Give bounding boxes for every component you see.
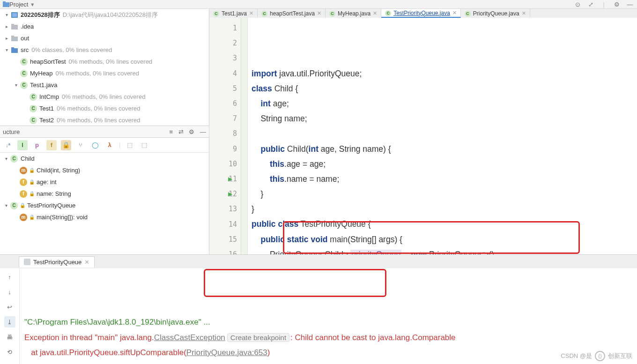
structure-row[interactable]: ▾CChild <box>0 153 209 164</box>
structure-row[interactable]: ▾C🔒TestPriorityQueue <box>0 200 209 211</box>
gutter-line[interactable]: 3 <box>209 51 241 66</box>
show-non-public-icon[interactable]: 🔒 <box>61 140 71 150</box>
tree-arrow-icon[interactable] <box>3 24 10 29</box>
show-anonymous-icon[interactable]: ◯ <box>90 140 100 150</box>
tree-arrow-icon[interactable]: ▾ <box>3 156 9 161</box>
project-tree-row[interactable]: CMyHeap0% methods, 0% lines covered <box>0 67 209 79</box>
print-icon[interactable]: 🖶 <box>4 331 15 342</box>
tree-arrow-icon[interactable] <box>3 36 10 41</box>
gear-icon[interactable]: ⚙ <box>189 128 194 135</box>
tree-arrow-icon[interactable]: ▾ <box>3 203 9 208</box>
expand-tree-icon[interactable]: ⬚ <box>125 140 135 150</box>
hide-icon[interactable]: — <box>626 1 634 8</box>
code-line[interactable]: class Child { <box>252 81 637 96</box>
autoscroll-icon[interactable]: ⇄ <box>178 128 184 135</box>
gutter-line[interactable]: 13 <box>209 201 241 216</box>
code-line[interactable]: import java.util.PriorityQueue; <box>252 66 637 81</box>
gutter[interactable]: 1234567891011▶12▶13141516 <box>209 18 241 254</box>
structure-row[interactable]: m🔒Child(int, String) <box>0 164 209 176</box>
scroll-end-icon[interactable]: ⤓ <box>4 316 15 327</box>
console-line[interactable]: "C:\Program Files\Java\jdk1.8.0_192\bin\… <box>24 315 632 330</box>
show-inherited-icon[interactable]: ⑂ <box>75 140 86 150</box>
editor-tab[interactable]: CMyHeap.java✕ <box>326 9 381 18</box>
project-tree-row[interactable]: out <box>0 32 209 44</box>
gutter-line[interactable]: 2 <box>209 36 241 51</box>
gutter-line[interactable]: 7 <box>209 111 241 126</box>
structure-row[interactable]: f🔒name: String <box>0 188 209 200</box>
gutter-line[interactable]: 11▶ <box>209 171 241 186</box>
gutter-line[interactable]: 5 <box>209 81 241 96</box>
console-line[interactable]: Exception in thread "main" java.lang.Cla… <box>24 330 632 345</box>
code-line[interactable]: public static void main(String[] args) { <box>252 232 637 247</box>
editor-tab[interactable]: CTestPriorityQueue.java✕ <box>381 9 461 18</box>
hide-icon[interactable]: — <box>200 128 206 135</box>
expand-all-icon[interactable]: ⤢ <box>586 1 595 8</box>
gutter-line[interactable]: 1 <box>209 21 241 36</box>
close-icon[interactable]: ✕ <box>317 10 321 16</box>
project-tree-row[interactable]: CTest10% methods, 0% lines covered <box>0 103 209 114</box>
code-line[interactable]: int age; <box>252 96 637 111</box>
console-line[interactable]: at java.util.PriorityQueue.siftUpCompara… <box>24 345 632 360</box>
close-icon[interactable]: ✕ <box>249 10 253 16</box>
up-stack-icon[interactable]: ↑ <box>4 271 15 282</box>
tree-arrow-icon[interactable] <box>12 82 20 88</box>
code-line[interactable]: } <box>252 186 637 201</box>
code-line[interactable]: public class TestPriorityQueue { <box>252 216 637 231</box>
project-tree[interactable]: 20220528排序 D:\java代码\java104\20220528排序 … <box>0 9 209 126</box>
show-fields-icon[interactable]: f <box>46 140 57 150</box>
gutter-line[interactable]: 4 <box>209 66 241 81</box>
code-line[interactable]: PriorityQueue<Child> priorityQueue = new… <box>252 247 637 254</box>
show-properties-icon[interactable]: p <box>32 140 42 150</box>
console-line[interactable]: at java.util.PriorityQueue.siftUp(Priori… <box>24 360 632 364</box>
structure-tree[interactable]: ▾CChildm🔒Child(int, String)f🔒age: intf🔒n… <box>0 153 209 254</box>
editor-tab[interactable]: CheapSortTest.java✕ <box>258 9 326 18</box>
project-tree-row[interactable]: src0% classes, 0% lines covered <box>0 44 209 56</box>
close-icon[interactable]: ✕ <box>452 10 457 16</box>
soft-wrap-icon[interactable]: ↩ <box>4 301 15 312</box>
project-tree-row[interactable]: CTest1.java <box>0 79 209 91</box>
console-output[interactable]: "C:\Program Files\Java\jdk1.8.0_192\bin\… <box>20 268 637 364</box>
code-line[interactable]: this.name = name; <box>252 171 637 186</box>
project-tree-row[interactable]: CIntCmp0% methods, 0% lines covered <box>0 91 209 103</box>
tree-arrow-icon[interactable] <box>3 47 10 52</box>
structure-row[interactable]: m🔒main(String[]): void <box>0 211 209 223</box>
gutter-line[interactable]: 10 <box>209 156 241 171</box>
chevron-down-icon[interactable]: ▾ <box>31 1 34 8</box>
project-tree-row[interactable]: .idea <box>0 21 209 32</box>
code-line[interactable] <box>252 126 637 141</box>
clear-icon[interactable]: ⟲ <box>4 346 15 357</box>
code-editor[interactable]: import java.util.PriorityQueue;class Chi… <box>248 18 637 254</box>
editor-tab[interactable]: CPriorityQueue.java✕ <box>461 9 530 18</box>
editor-tab[interactable]: CTest1.java✕ <box>209 9 258 18</box>
select-opened-icon[interactable]: ⊙ <box>573 1 582 8</box>
run-gutter-icon[interactable]: ▶ <box>228 191 232 197</box>
code-line[interactable]: this.age = age; <box>252 156 637 171</box>
project-root-row[interactable]: 20220528排序 D:\java代码\java104\20220528排序 <box>0 9 209 21</box>
gutter-line[interactable]: 14 <box>209 216 241 231</box>
show-interfaces-icon[interactable]: I <box>17 140 28 150</box>
project-tree-row[interactable]: CheapSortTest0% methods, 0% lines covere… <box>0 56 209 67</box>
code-line[interactable]: } <box>252 201 637 216</box>
close-icon[interactable]: ✕ <box>84 259 89 266</box>
sort-icon[interactable]: ≡ <box>170 128 173 135</box>
run-gutter-icon[interactable]: ▶ <box>228 176 232 182</box>
gear-icon[interactable]: ⚙ <box>613 1 621 8</box>
gutter-line[interactable]: 12▶ <box>209 186 241 201</box>
close-icon[interactable]: ✕ <box>373 10 377 16</box>
down-stack-icon[interactable]: ↓ <box>4 286 15 297</box>
project-label[interactable]: Project <box>9 1 28 8</box>
show-lambda-icon[interactable]: λ <box>104 140 115 150</box>
structure-row[interactable]: f🔒age: int <box>0 176 209 188</box>
code-line[interactable]: public Child(int age, String name) { <box>252 141 637 156</box>
code-line[interactable]: String name; <box>252 111 637 126</box>
gutter-line[interactable]: 6 <box>209 96 241 111</box>
expand-arrow-icon[interactable] <box>3 12 10 17</box>
gutter-line[interactable]: 8 <box>209 126 241 141</box>
collapse-tree-icon[interactable]: ⬚ <box>139 140 149 150</box>
project-tree-row[interactable]: CTest20% methods, 0% lines covered <box>0 114 209 126</box>
gutter-line[interactable]: 15 <box>209 232 241 247</box>
gutter-line[interactable]: 16 <box>209 247 241 254</box>
gutter-line[interactable]: 9 <box>209 141 241 156</box>
sort-alpha-icon[interactable]: ↓ª <box>3 140 13 150</box>
run-tab[interactable]: TestPriorityQueue ✕ <box>19 256 95 267</box>
